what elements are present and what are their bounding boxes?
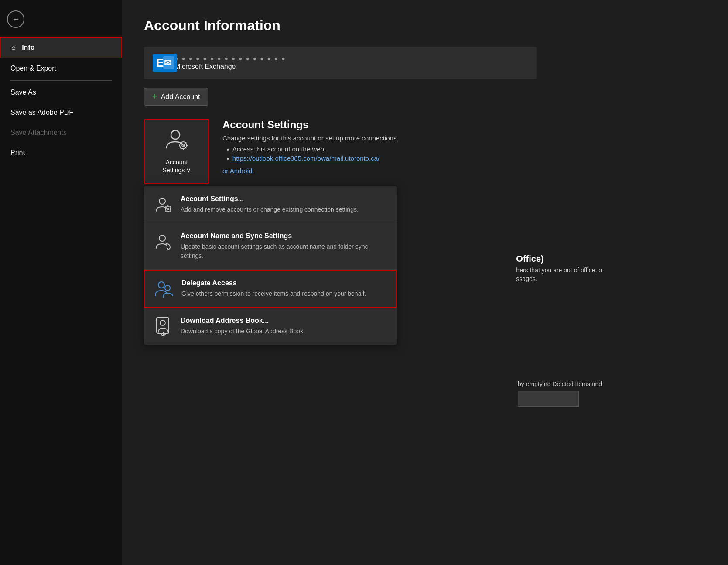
sidebar-item-open-export[interactable]: Open & Export [0,58,122,79]
info-panel-title: Account Settings [222,119,624,131]
delegate-access-item-title: Delegate Access [181,279,386,287]
delegate-access-item-text: Delegate Access Give others permission t… [181,279,386,298]
plus-icon: + [152,92,157,102]
exchange-logo: E ✉ [153,54,174,72]
dropdown-item-delegate-access[interactable]: Delegate Access Give others permission t… [144,270,397,308]
main-content: Account Information E ✉ ● ● ● ● ● ● ● ● … [122,0,728,565]
oof-desc2: ssages. [516,275,602,282]
partial-text-android: or Android. [222,167,254,175]
sidebar-label-save-as: Save As [10,89,36,96]
address-book-item-desc: Download a copy of the Global Address Bo… [181,327,387,336]
home-icon: ⌂ [11,44,16,51]
account-card: E ✉ ● ● ● ● ● ● ● ● ● ● ● ● ● ● ● ● Micr… [144,47,537,79]
account-settings-item-title: Account Settings... [181,195,387,203]
svg-line-24 [170,206,171,207]
dropdown-item-account-settings[interactable]: Account Settings... Add and remove accou… [144,186,397,223]
account-settings-dropdown-icon [154,195,173,214]
address-book-item-text: Download Address Book... Download a copy… [181,317,387,336]
add-account-button[interactable]: + Add Account [144,88,208,106]
account-type: Microsoft Exchange [174,63,286,71]
cleanup-partial: by emptying Deleted Items and [518,380,602,407]
sidebar-divider [10,80,112,81]
info-panel-bullet1: Access this account on the web. [227,145,624,153]
sidebar-label-info: Info [22,44,34,51]
account-info: ● ● ● ● ● ● ● ● ● ● ● ● ● ● ● ● Microsof… [174,55,286,71]
account-settings-button[interactable]: AccountSettings ∨ [144,119,209,184]
sidebar-label-save-attachments: Save Attachments [10,129,67,136]
address-book-item-title: Download Address Book... [181,317,387,325]
svg-text:E: E [156,56,164,69]
back-icon: ← [12,15,20,24]
sidebar: ← ⌂ Info Open & Export Save As Save as A… [0,0,122,565]
sidebar-label-save-adobe: Save as Adobe PDF [10,109,73,116]
name-sync-item-text: Account Name and Sync Settings Update ba… [181,232,387,260]
sidebar-item-save-as[interactable]: Save As [0,82,122,103]
svg-point-26 [159,235,165,241]
sidebar-item-print[interactable]: Print [0,143,122,163]
info-panel: Account Settings Change settings for thi… [222,119,624,184]
info-panel-list: Access this account on the web. https://… [222,145,624,162]
svg-point-30 [160,320,165,325]
oof-desc1: hers that you are out of office, o [516,267,602,274]
oof-title-partial: Office) [516,254,602,264]
out-of-office-partial: Office) hers that you are out of office,… [516,254,602,282]
add-account-label: Add Account [161,93,200,101]
name-sync-item-desc: Update basic account settings such as ac… [181,242,387,260]
sidebar-item-save-attachments: Save Attachments [0,123,122,143]
page-title: Account Information [144,17,706,34]
sidebar-item-info[interactable]: ⌂ Info [0,37,122,58]
account-settings-icon [164,129,189,154]
back-button[interactable]: ← [7,10,24,28]
account-settings-label: AccountSettings ∨ [163,158,191,174]
name-sync-item-title: Account Name and Sync Settings [181,232,387,240]
svg-point-15 [159,198,165,204]
account-email: ● ● ● ● ● ● ● ● ● ● ● ● ● ● ● ● [174,55,286,62]
outlook-link[interactable]: https://outlook.office365.com/owa/mail.u… [232,154,379,162]
account-settings-item-text: Account Settings... Add and remove accou… [181,195,387,214]
cleanup-box [518,391,579,407]
cleanup-desc: by emptying Deleted Items and [518,380,602,387]
sidebar-item-save-adobe[interactable]: Save as Adobe PDF [0,103,122,123]
sidebar-label-print: Print [10,149,25,156]
sidebar-label-open-export: Open & Export [10,65,56,72]
dropdown-menu: Account Settings... Add and remove accou… [144,186,397,345]
delegate-access-item-desc: Give others permission to receive items … [181,289,386,298]
dropdown-item-address-book[interactable]: Download Address Book... Download a copy… [144,308,397,345]
svg-point-28 [165,285,170,291]
dropdown-item-name-sync[interactable]: Account Name and Sync Settings Update ba… [144,223,397,270]
content-row: AccountSettings ∨ Account Settings Chang… [144,119,624,184]
account-settings-item-desc: Add and remove accounts or change existi… [181,205,387,214]
svg-point-4 [171,130,180,139]
svg-line-23 [170,211,171,212]
delegate-access-icon [154,279,174,298]
svg-line-25 [165,211,166,212]
info-panel-description: Change settings for this account or set … [222,134,624,142]
address-book-icon [154,317,173,336]
account-sync-icon [154,232,173,251]
info-panel-link-item: https://outlook.office365.com/owa/mail.u… [227,154,624,162]
svg-text:✉: ✉ [164,58,171,68]
svg-point-27 [158,282,164,288]
